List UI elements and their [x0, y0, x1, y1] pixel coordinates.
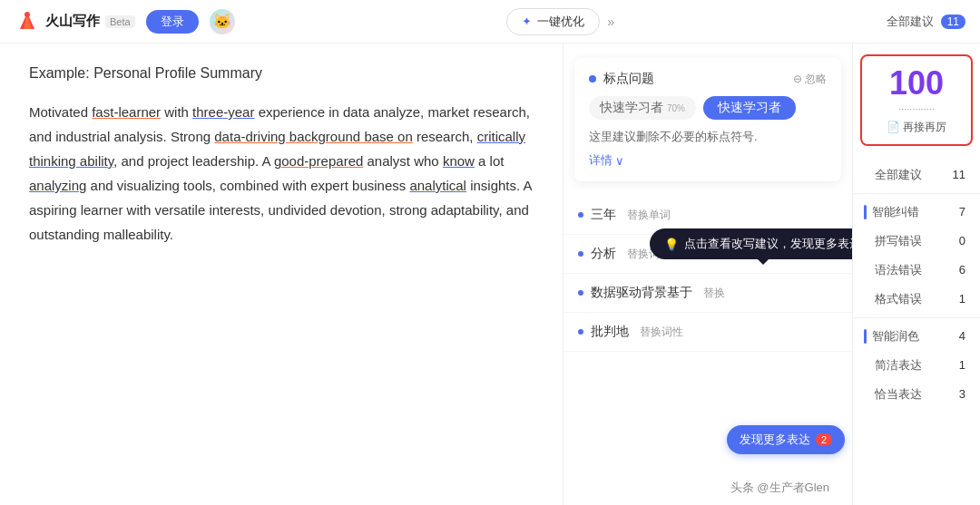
score-action-text: 📄 再接再厉 [887, 120, 946, 135]
spelling-errors-label: 拼写错误 [875, 233, 922, 249]
suggestion-panel: 标点问题 ⊖ 忽略 快速学习者 70% 快速学习者 这里建议删除不必要的标点符号… [563, 44, 853, 505]
word-suggested[interactable]: 快速学习者 [703, 96, 796, 120]
beta-badge: Beta [105, 15, 135, 28]
appropriate-row[interactable]: 恰当表达 3 [853, 380, 980, 409]
nav-center: ✦ 一键优化 » [246, 8, 876, 35]
login-button[interactable]: 登录 [146, 10, 199, 34]
nav-right: 全部建议 11 [887, 14, 965, 30]
discover-label: 发现更多表达 [740, 432, 810, 448]
optimize-label: 一键优化 [537, 14, 584, 30]
smart-correction-left: 智能纠错 [864, 204, 919, 220]
item-dot-4 [578, 329, 583, 335]
item-text-2: 分析 [591, 246, 616, 262]
logo-text: 火山写作 [45, 13, 100, 30]
detail-label: 详情 [589, 152, 612, 169]
discover-badge: 2 [816, 433, 832, 446]
stats-divider-1 [853, 193, 980, 194]
smart-polish-left: 智能润色 [864, 328, 919, 345]
format-errors-row[interactable]: 格式错误 1 [853, 285, 980, 314]
tooltip-icon: 💡 [664, 238, 679, 251]
card-title: 标点问题 [603, 71, 654, 87]
ignore-icon: ⊖ [793, 73, 802, 85]
star-icon: ✦ [522, 15, 532, 28]
tooltip-bubble: 💡 点击查看改写建议，发现更多表达 [650, 228, 853, 259]
tooltip-text: 点击查看改写建议，发现更多表达 [684, 236, 853, 252]
highlight-three-year: three-year [192, 104, 254, 120]
card-header: 标点问题 ⊖ 忽略 [589, 71, 827, 87]
item-text-4: 批判地 [591, 324, 629, 340]
card-detail-button[interactable]: 详情 ∨ [589, 152, 827, 169]
grammar-errors-label: 语法错误 [875, 262, 922, 278]
optimize-button[interactable]: ✦ 一键优化 [506, 8, 600, 35]
format-errors-count: 1 [959, 292, 965, 306]
all-suggestions-label: 全部建议 [887, 14, 934, 30]
logo-area: 火山写作 Beta [15, 9, 135, 34]
stats-list: 全部建议 11 智能纠错 7 拼写错误 0 语法错误 6 格式错误 [853, 157, 980, 413]
chevron-right-icon: » [607, 15, 614, 29]
concise-count: 1 [959, 358, 965, 372]
highlight-good-prepared: good-prepared [274, 153, 363, 169]
active-indicator-2 [864, 329, 867, 344]
all-suggestions-count: 11 [941, 15, 965, 29]
item-text-1: 三年 [591, 207, 616, 223]
doc-body: Motivated fast-learner with three-year e… [29, 100, 534, 247]
concise-label: 简洁表达 [875, 357, 922, 374]
grammar-errors-count: 6 [959, 263, 965, 277]
ignore-label: 忽略 [805, 72, 827, 87]
spelling-errors-count: 0 [959, 234, 965, 248]
logo-icon [15, 9, 40, 34]
spelling-errors-row[interactable]: 拼写错误 0 [853, 227, 980, 256]
stats-divider-2 [853, 317, 980, 318]
active-indicator-1 [864, 205, 867, 219]
smart-correction-header[interactable]: 智能纠错 7 [853, 198, 980, 227]
svg-point-0 [24, 12, 30, 17]
suggestion-card: 标点问题 ⊖ 忽略 快速学习者 70% 快速学习者 这里建议删除不必要的标点符号… [574, 58, 841, 181]
item-tag-4: 替换词性 [640, 325, 683, 340]
watermark: 头条 @生产者Glen [725, 478, 835, 498]
score-box: 100 ············· 📄 再接再厉 [860, 54, 973, 146]
card-dot-indicator [589, 75, 596, 83]
top-nav: 火山写作 Beta 登录 🐱 ✦ 一键优化 » 全部建议 11 [0, 0, 980, 44]
avatar[interactable]: 🐱 [210, 9, 235, 34]
score-number: 100 [871, 65, 962, 102]
grammar-errors-row[interactable]: 语法错误 6 [853, 256, 980, 285]
card-description: 这里建议删除不必要的标点符号. [589, 129, 827, 145]
main-layout: Example: Personal Profile Summary Motiva… [0, 44, 980, 505]
suggestion-item-4[interactable]: 批判地 替换词性 [564, 313, 852, 352]
highlight-fast-learner: fast-learner [92, 104, 161, 120]
highlight-know: know [443, 153, 475, 169]
chevron-down-icon: ∨ [615, 154, 624, 168]
word-original: 快速学习者 70% [589, 96, 696, 120]
editor-pane[interactable]: Example: Personal Profile Summary Motiva… [0, 44, 563, 505]
all-suggestions-row-count: 11 [953, 168, 965, 181]
item-tag-1: 替换单词 [627, 208, 671, 223]
discover-button[interactable]: 发现更多表达 2 [727, 425, 845, 454]
smart-polish-header[interactable]: 智能润色 4 [853, 322, 980, 351]
suggestion-item-3[interactable]: 数据驱动背景基于 替换 💡 点击查看改写建议，发现更多表达 [564, 274, 852, 313]
item-dot-2 [578, 251, 583, 257]
item-dot-1 [578, 212, 583, 218]
all-suggestions-row[interactable]: 全部建议 11 [853, 160, 980, 189]
score-action[interactable]: 📄 再接再厉 [871, 120, 962, 135]
highlight-analyzing: analyzing [29, 178, 86, 193]
concise-row[interactable]: 简洁表达 1 [853, 351, 980, 380]
appropriate-label: 恰当表达 [875, 386, 922, 403]
smart-polish-label: 智能润色 [872, 328, 919, 345]
item-tag-3: 替换 [703, 286, 725, 301]
appropriate-count: 3 [959, 387, 965, 401]
highlight-analytical: analytical [409, 178, 466, 193]
ignore-button[interactable]: ⊖ 忽略 [793, 72, 827, 87]
item-text-3: 数据驱动背景基于 [591, 285, 692, 301]
smart-correction-label: 智能纠错 [872, 204, 919, 220]
highlight-data-driving: data-driving background base on [214, 129, 412, 144]
format-errors-label: 格式错误 [875, 291, 922, 307]
all-suggestions-row-label: 全部建议 [875, 167, 922, 183]
smart-correction-count: 7 [959, 205, 965, 219]
stats-panel: 100 ············· 📄 再接再厉 全部建议 11 智能纠错 7 [853, 44, 980, 505]
item-dot-3 [578, 290, 583, 296]
doc-title: Example: Personal Profile Summary [29, 65, 534, 82]
score-subtext: ············· [871, 103, 962, 114]
smart-polish-count: 4 [959, 329, 965, 343]
word-compare: 快速学习者 70% 快速学习者 [589, 96, 827, 120]
